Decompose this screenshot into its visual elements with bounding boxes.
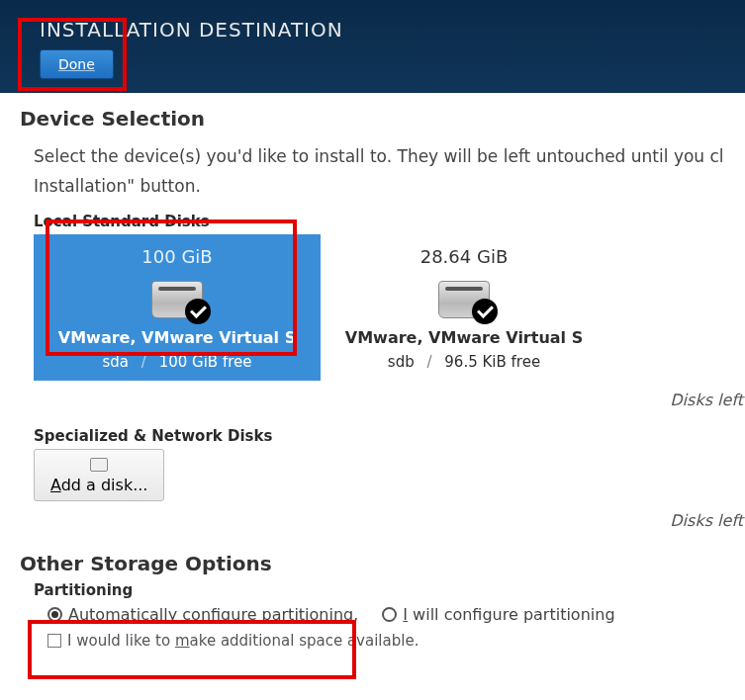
disk-icon-wrap: [34, 281, 321, 320]
local-disks-label: Local Standard Disks: [34, 213, 745, 230]
disk-item-sdb[interactable]: 28.64 GiB VMware, VMware Virtual S sdb /…: [321, 234, 607, 381]
disk-icon-wrap: [321, 281, 607, 320]
radio-checked-icon: [47, 607, 62, 622]
radio-manual-partition[interactable]: I will configure partitioning: [382, 605, 614, 624]
disk-info: sda / 100 GiB free: [34, 353, 321, 371]
radio-auto-label: Automatically configure partitioning.: [68, 605, 358, 624]
disks-status: Disks left: [20, 381, 745, 417]
partitioning-options: Automatically configure partitioning. I …: [47, 605, 745, 624]
network-disks-label: Specialized & Network Disks: [34, 427, 745, 445]
disk-label: VMware, VMware Virtual S: [321, 328, 607, 347]
partitioning-label: Partitioning: [34, 581, 745, 599]
separator: /: [426, 353, 431, 371]
add-disk-button[interactable]: Add a disk...: [34, 449, 164, 501]
checkmark-icon: [472, 299, 498, 324]
disk-label: VMware, VMware Virtual S: [34, 328, 321, 347]
page-title: INSTALLATION DESTINATION: [0, 8, 745, 49]
installer-header: INSTALLATION DESTINATION Done: [0, 0, 745, 93]
disk-dev: sda: [103, 353, 130, 371]
content-area: Device Selection Select the device(s) yo…: [0, 93, 745, 650]
disk-dev: sdb: [388, 353, 415, 371]
harddrive-icon: [438, 281, 490, 320]
harddrive-icon: [151, 281, 203, 320]
disk-free: 100 GiB free: [159, 353, 252, 371]
disk-plus-icon: [90, 458, 108, 472]
disk-info: sdb / 96.5 KiB free: [321, 353, 607, 371]
add-disk-label: Add a disk...: [50, 476, 147, 494]
disk-free: 96.5 KiB free: [444, 353, 540, 371]
instruction-text: Select the device(s) you'd like to insta…: [20, 140, 745, 174]
disk-size: 100 GiB: [34, 246, 321, 267]
radio-unchecked-icon: [382, 607, 397, 622]
disk-list: 100 GiB VMware, VMware Virtual S sda / 1…: [34, 234, 745, 381]
device-selection-title: Device Selection: [20, 107, 745, 131]
done-button-label: Done: [58, 56, 95, 72]
done-button[interactable]: Done: [40, 49, 114, 79]
radio-auto-partition[interactable]: Automatically configure partitioning.: [47, 605, 358, 624]
other-storage-title: Other Storage Options: [20, 552, 745, 575]
checkmark-icon: [185, 299, 211, 324]
instruction-text-2: Installation" button.: [20, 174, 745, 204]
separator: /: [141, 353, 146, 371]
disk-size: 28.64 GiB: [321, 246, 607, 267]
checkbox-unchecked-icon: [47, 634, 61, 648]
disks-status-2: Disks left: [20, 501, 745, 538]
disk-item-sda[interactable]: 100 GiB VMware, VMware Virtual S sda / 1…: [34, 234, 321, 381]
additional-space-label: I would like to make additional space av…: [67, 632, 419, 650]
radio-manual-label: I will configure partitioning: [403, 605, 614, 624]
additional-space-option[interactable]: I would like to make additional space av…: [47, 632, 745, 650]
